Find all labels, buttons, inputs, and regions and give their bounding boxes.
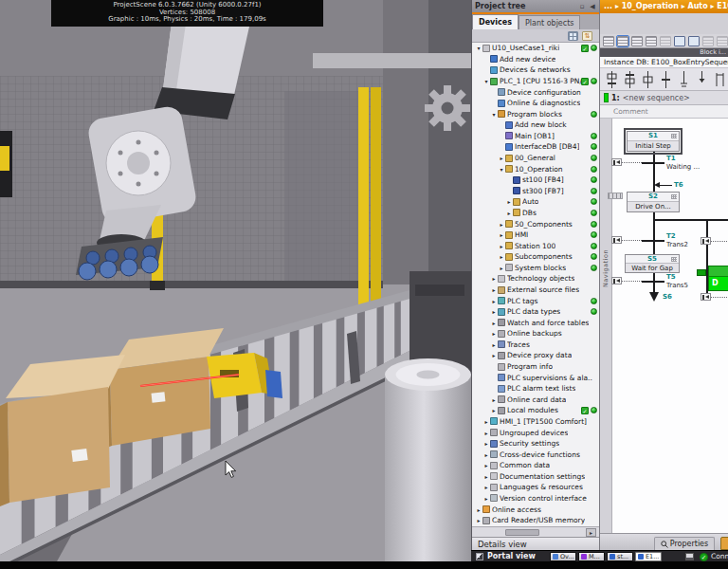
toolbar-operands-icon[interactable]: [631, 36, 643, 46]
jump-source-icon[interactable]: [701, 293, 711, 301]
tree-item-version-control-interface[interactable]: ▸Version control interface: [472, 493, 599, 505]
delete-block-icon[interactable]: [688, 36, 700, 46]
graph-transition-t5[interactable]: [642, 281, 664, 283]
expander-icon[interactable]: ▸: [482, 462, 490, 468]
tree-item-auto[interactable]: ▸Auto: [472, 196, 599, 208]
tree-item-device-configuration[interactable]: Device configuration: [472, 86, 599, 98]
expander-icon[interactable]: ▸: [498, 253, 505, 260]
tree-item-common-data[interactable]: ▸Common data: [472, 460, 599, 471]
tree-item-add-new-block[interactable]: Add new block: [472, 119, 599, 131]
tree-item-online-diagnostics[interactable]: Online & diagnostics: [472, 98, 599, 109]
tree-item-dbs[interactable]: ▸DBs: [472, 208, 599, 219]
taskbar-button-e1[interactable]: E1...: [635, 552, 662, 561]
tree-item-add-new-device[interactable]: Add new device: [472, 54, 599, 65]
tree-item-documentation-settings[interactable]: ▸Documentation settings: [472, 471, 599, 483]
breadcrumb[interactable]: ... ▸ 10_Operation ▸ Auto ▸ E100_...: [600, 0, 728, 13]
graph-canvas[interactable]: Navigation S1 Initial Step T1 Waiting ..…: [600, 119, 728, 533]
memory-card-icon[interactable]: [685, 553, 694, 560]
tab-plant-objects[interactable]: Plant objects: [519, 15, 581, 29]
expander-icon[interactable]: ▸: [482, 440, 490, 447]
jump-source-icon[interactable]: [611, 158, 622, 166]
scrollbar-thumb[interactable]: [505, 529, 539, 536]
tree-item-traces[interactable]: ▸Traces: [472, 340, 599, 351]
expander-icon[interactable]: ▸: [505, 210, 513, 216]
insert-step-transition-icon[interactable]: [604, 70, 619, 89]
insert-sequence-end-icon[interactable]: [676, 70, 691, 89]
toolbar-favorites-icon[interactable]: [660, 36, 671, 46]
expander-icon[interactable]: ▸: [482, 451, 490, 458]
tree-item-device-proxy-data[interactable]: ▸Device proxy data: [472, 350, 599, 361]
tree-item-card-reader-usb-memory[interactable]: ▸Card Reader/USB memory: [472, 515, 599, 526]
tab-devices[interactable]: Devices: [472, 14, 519, 29]
block-interface-splitter[interactable]: Block i...: [600, 48, 728, 57]
expander-icon[interactable]: ▸: [482, 484, 490, 490]
taskbar-button-m[interactable]: M...: [578, 552, 605, 561]
tree-item-local-modules[interactable]: ▸Local modules✓: [472, 405, 599, 416]
tree-item-cross-device-functions[interactable]: ▸Cross-device functions: [472, 449, 599, 460]
expander-icon[interactable]: ▸: [490, 396, 498, 403]
jump-down-arrow[interactable]: [649, 292, 659, 302]
tree-item-watch-and-force-tables[interactable]: ▸Watch and force tables: [472, 317, 599, 328]
tree-item-plc-alarm-text-lists[interactable]: PLC alarm text lists: [472, 383, 599, 395]
graph-transition-t1[interactable]: [642, 162, 664, 164]
expander-icon[interactable]: ▸: [490, 286, 498, 293]
insert-branch-icon[interactable]: [712, 70, 727, 89]
tree-item-station-100[interactable]: ▸Station 100: [472, 240, 599, 251]
comment-row[interactable]: Comment: [600, 105, 728, 119]
expander-icon[interactable]: ▾: [490, 111, 498, 118]
toolbar-view-icon[interactable]: [603, 36, 614, 46]
jump-source-icon[interactable]: [611, 277, 622, 284]
toolbar-extra2-icon[interactable]: [717, 36, 728, 46]
tree-item-program-blocks[interactable]: ▾Program blocks: [472, 108, 599, 119]
expander-icon[interactable]: ▸: [475, 506, 482, 513]
tree-item-devices-networks[interactable]: Devices & networks: [472, 64, 599, 76]
expander-icon[interactable]: ▸: [490, 352, 498, 358]
tree-item-plc-1-cpu-1516-3-pn[interactable]: ▾PLC_1 [CPU 1516-3 PN/...✓: [472, 76, 599, 87]
graph-step-s2[interactable]: S2 Drive On...: [627, 192, 680, 212]
tree-item-10-operation[interactable]: ▾10_Operation: [472, 163, 599, 174]
simulation-viewport[interactable]: ProjectScene 6.0.3.7662 (Unity 6000.0.27…: [0, 0, 471, 561]
expander-icon[interactable]: ▸: [498, 155, 505, 161]
toolbar-extra1-icon[interactable]: [702, 36, 714, 46]
toolbar-view-selected-icon[interactable]: [617, 36, 628, 46]
expander-icon[interactable]: ▸: [490, 275, 498, 282]
tree-item-interfacedb-db4[interactable]: InterfaceDB [DB4]: [472, 141, 599, 153]
expander-icon[interactable]: ▸: [490, 298, 498, 304]
details-view-header[interactable]: Details view: [472, 537, 599, 550]
tree-item-st100-fb4[interactable]: st100 [FB4]: [472, 174, 599, 186]
expander-icon[interactable]: ▸: [490, 330, 498, 337]
tree-item-st300-fb7[interactable]: st300 [FB7]: [472, 186, 599, 197]
insert-transition-icon[interactable]: [658, 70, 673, 89]
tree-item-00-general[interactable]: ▸00_General: [472, 153, 599, 164]
expander-icon[interactable]: ▸: [482, 418, 490, 425]
expander-icon[interactable]: ▸: [482, 430, 490, 436]
tree-item-50-components[interactable]: ▸50_Components: [472, 218, 599, 229]
info-tab-partial-icon[interactable]: [720, 537, 728, 550]
tree-item-system-blocks[interactable]: ▸System blocks: [472, 263, 599, 274]
tree-item-online-backups[interactable]: ▸Online backups: [472, 328, 599, 340]
toolbar-comments-icon[interactable]: [646, 36, 657, 46]
taskbar-button-st[interactable]: st...: [607, 552, 633, 561]
tree-item-hmi-1-tp1500-comfort[interactable]: ▸HMI_1 [TP1500 Comfort]: [472, 416, 599, 428]
tree-item-external-source-files[interactable]: ▸External source files: [472, 284, 599, 296]
taskbar-button-ov[interactable]: Ov...: [550, 552, 576, 561]
tree-item-security-settings[interactable]: ▸Security settings: [472, 438, 599, 450]
expander-icon[interactable]: ▸: [498, 231, 505, 238]
tree-item-program-info[interactable]: Program info: [472, 361, 599, 373]
tree-item-u10-usecase1-riki[interactable]: ▾U10_UseCase1_riki✓: [472, 43, 599, 54]
graph-step-s5[interactable]: S5 Wait for Gap: [625, 254, 680, 273]
expander-icon[interactable]: ▸: [505, 198, 513, 205]
sort-icon[interactable]: ⇅: [582, 31, 592, 41]
tree-item-online-card-data[interactable]: ▸Online card data: [472, 395, 599, 406]
expander-icon[interactable]: ▸: [490, 320, 498, 326]
tree-item-technology-objects[interactable]: ▸Technology objects: [472, 273, 599, 284]
portal-view-toggle[interactable]: Portal view: [487, 551, 536, 561]
graph-transition-t2[interactable]: [642, 240, 664, 242]
sequence-tab[interactable]: 1: <new sequence>: [600, 91, 728, 105]
collapse-panel-icon[interactable]: ◀: [589, 3, 596, 10]
insert-block-icon[interactable]: [674, 36, 685, 46]
panel-options-icon[interactable]: ▫: [578, 3, 586, 10]
expander-icon[interactable]: ▸: [498, 243, 505, 249]
tree-item-online-access[interactable]: ▸Online access: [472, 504, 599, 515]
portal-view-icon[interactable]: [476, 553, 483, 560]
